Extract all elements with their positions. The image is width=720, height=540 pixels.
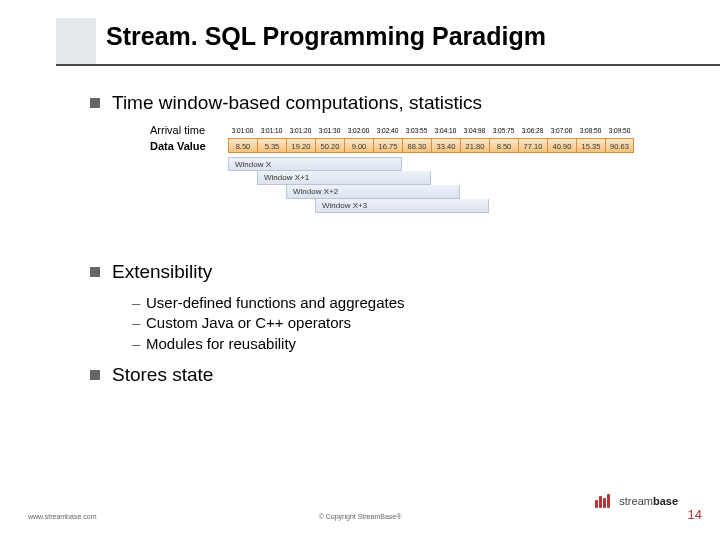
sub-bullet: –User-defined functions and aggregates bbox=[132, 293, 700, 313]
streambase-logo: streambase bbox=[595, 494, 678, 508]
data-cell: 21.80 bbox=[460, 138, 489, 153]
window-stack: Window X Window X+1 Window X+2 Window X+… bbox=[228, 157, 700, 213]
arrival-cell: 3:05:75 bbox=[489, 127, 518, 134]
body: Time window-based computations, statisti… bbox=[90, 92, 700, 396]
data-cell: 8.50 bbox=[228, 138, 257, 153]
timeseries-block: Arrival time 3:01:00 3:01:10 3:01:20 3:0… bbox=[150, 124, 700, 213]
arrival-cell: 3:02:00 bbox=[344, 127, 373, 134]
arrival-cells: 3:01:00 3:01:10 3:01:20 3:01:30 3:02:00 … bbox=[228, 127, 634, 134]
sub-text: Modules for reusability bbox=[146, 335, 296, 352]
bullet-time-window: Time window-based computations, statisti… bbox=[90, 92, 700, 114]
page-title: Stream. SQL Programming Paradigm bbox=[106, 22, 546, 51]
data-cell: 19.20 bbox=[286, 138, 315, 153]
title-accent bbox=[56, 18, 96, 64]
data-cell: 16.75 bbox=[373, 138, 402, 153]
arrival-cell: 3:09:50 bbox=[605, 127, 634, 134]
arrival-cell: 3:04:10 bbox=[431, 127, 460, 134]
data-row: Data Value 8.50 5.35 19.20 50.20 9.00 16… bbox=[150, 138, 700, 153]
sub-text: User-defined functions and aggregates bbox=[146, 294, 405, 311]
arrival-cell: 3:01:20 bbox=[286, 127, 315, 134]
bullet-text: Stores state bbox=[112, 364, 213, 385]
data-cell: 5.35 bbox=[257, 138, 286, 153]
page-number: 14 bbox=[688, 507, 702, 522]
arrival-cell: 3:03:55 bbox=[402, 127, 431, 134]
logo-text-bold: base bbox=[653, 495, 678, 507]
sub-text: Custom Java or C++ operators bbox=[146, 314, 351, 331]
data-cells: 8.50 5.35 19.20 50.20 9.00 16.75 88.30 3… bbox=[228, 138, 634, 153]
arrival-cell: 3:06:28 bbox=[518, 127, 547, 134]
data-label: Data Value bbox=[150, 140, 228, 152]
arrival-cell: 3:04:98 bbox=[460, 127, 489, 134]
logo-mark-icon bbox=[595, 494, 615, 508]
arrival-row: Arrival time 3:01:00 3:01:10 3:01:20 3:0… bbox=[150, 124, 700, 136]
arrival-cell: 3:01:00 bbox=[228, 127, 257, 134]
data-cell: 8.50 bbox=[489, 138, 518, 153]
arrival-cell: 3:02:40 bbox=[373, 127, 402, 134]
arrival-cell: 3:01:30 bbox=[315, 127, 344, 134]
data-cell: 50.20 bbox=[315, 138, 344, 153]
bullet-square-icon bbox=[90, 98, 100, 108]
arrival-cell: 3:07:00 bbox=[547, 127, 576, 134]
window-row: Window X bbox=[228, 157, 402, 171]
logo-text: streambase bbox=[619, 495, 678, 507]
footer-copyright: © Copyright StreamBase® bbox=[0, 513, 720, 520]
data-cell: 77.10 bbox=[518, 138, 547, 153]
arrival-cell: 3:08:50 bbox=[576, 127, 605, 134]
section-extensibility: Extensibility –User-defined functions an… bbox=[90, 261, 700, 354]
title-rule bbox=[56, 64, 720, 66]
data-cell: 88.30 bbox=[402, 138, 431, 153]
sub-bullet: –Modules for reusability bbox=[132, 334, 700, 354]
data-cell: 33.40 bbox=[431, 138, 460, 153]
window-row: Window X+1 bbox=[257, 171, 431, 185]
data-cell: 90.63 bbox=[605, 138, 634, 153]
slide: Stream. SQL Programming Paradigm Time wi… bbox=[0, 0, 720, 540]
footer: www.streambase.com © Copyright StreamBas… bbox=[0, 502, 720, 522]
data-cell: 15.35 bbox=[576, 138, 605, 153]
bullet-square-icon bbox=[90, 267, 100, 277]
arrival-cell: 3:01:10 bbox=[257, 127, 286, 134]
data-cell: 9.00 bbox=[344, 138, 373, 153]
bullet-text: Time window-based computations, statisti… bbox=[112, 92, 482, 113]
window-row: Window X+3 bbox=[315, 199, 489, 213]
bullet-extensibility: Extensibility bbox=[90, 261, 700, 283]
logo-text-prefix: stream bbox=[619, 495, 653, 507]
arrival-label: Arrival time bbox=[150, 124, 228, 136]
bullet-stores-state: Stores state bbox=[90, 364, 700, 386]
bullet-square-icon bbox=[90, 370, 100, 380]
bullet-text: Extensibility bbox=[112, 261, 212, 282]
data-cell: 40.90 bbox=[547, 138, 576, 153]
section-stores-state: Stores state bbox=[90, 364, 700, 386]
sub-bullet: –Custom Java or C++ operators bbox=[132, 313, 700, 333]
title-bar: Stream. SQL Programming Paradigm bbox=[56, 18, 720, 66]
window-row: Window X+2 bbox=[286, 185, 460, 199]
